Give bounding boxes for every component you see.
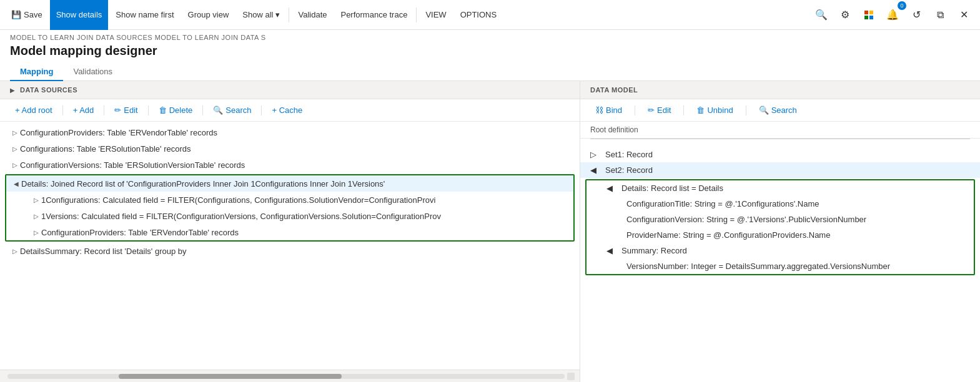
- search-icon: 🔍: [759, 105, 769, 115]
- office-icon-button[interactable]: [858, 4, 880, 26]
- validate-button[interactable]: Validate: [292, 0, 333, 30]
- tree-row-config-versions[interactable]: ▷ ConfigurationVersions: Table 'ERSoluti…: [0, 157, 580, 173]
- expand-icon: ▷: [10, 144, 20, 154]
- datasources-expand-btn[interactable]: ▶: [10, 87, 15, 94]
- scrollbar-thumb[interactable]: [119, 374, 342, 379]
- refresh-icon-button[interactable]: ↺: [905, 4, 928, 26]
- tree-row-provider-name[interactable]: ProviderName: String = @.ConfigurationPr…: [587, 227, 974, 243]
- tree-row-config-title[interactable]: ConfigurationTitle: String = @.'1Configu…: [587, 196, 974, 212]
- svg-rect-1: [869, 11, 873, 14]
- tree-row-configurations[interactable]: ▷ Configurations: Table 'ERSolutionTable…: [0, 140, 580, 157]
- view-button[interactable]: VIEW: [419, 0, 452, 30]
- notification-badge: 🔔 0: [881, 4, 904, 26]
- expand-icon: ▷: [31, 195, 41, 205]
- right-green-box: ◀ Details: Record list = Details Configu…: [585, 179, 975, 275]
- root-definition: Root definition: [580, 122, 980, 139]
- edit-button[interactable]: ✏ Edit: [109, 103, 142, 117]
- show-name-first-button[interactable]: Show name first: [109, 0, 180, 30]
- expand-icon: ◀: [11, 179, 21, 189]
- data-model-toolbar: ⛓ Bind ✏ Edit 🗑 Unbind 🔍 Search: [580, 99, 980, 122]
- popout-icon-button[interactable]: ⧉: [929, 4, 951, 26]
- expand-icon: ▷: [31, 211, 41, 221]
- save-button[interactable]: 💾 Save: [5, 0, 49, 30]
- svg-rect-3: [869, 16, 873, 19]
- cache-button[interactable]: + Cache: [267, 103, 307, 117]
- performance-trace-button[interactable]: Performance trace: [334, 0, 413, 30]
- expand-icon: ▷: [31, 227, 41, 237]
- right-edit-button[interactable]: ✏ Edit: [643, 103, 676, 117]
- tree-row-versions-number[interactable]: VersionsNumber: Integer = DetailsSummary…: [587, 258, 974, 274]
- svg-rect-0: [864, 11, 868, 14]
- delete-button[interactable]: 🗑 Delete: [154, 103, 198, 117]
- tree-row-details-dm[interactable]: ◀ Details: Record list = Details: [587, 180, 974, 196]
- horizontal-scrollbar-area: [0, 370, 580, 382]
- close-button[interactable]: ✕: [953, 4, 975, 26]
- separator2: [416, 7, 417, 22]
- expand-icon: ▷: [590, 150, 605, 159]
- expand-icon: ▷: [10, 246, 20, 256]
- page-title: Model mapping designer: [0, 41, 980, 58]
- green-box-details: ◀ Details: Joined Record list of 'Config…: [5, 174, 575, 242]
- expand-icon: ◀: [606, 184, 621, 193]
- datasources-tree: ▷ ConfigurationProviders: Table 'ERVendo…: [0, 122, 580, 370]
- tree-row-1configurations[interactable]: ▷ 1Configurations: Calculated field = FI…: [6, 192, 573, 208]
- main-container: MODEL TO LEARN JOIN DATA SOURCES MODEL T…: [0, 30, 980, 382]
- separator: [289, 7, 289, 22]
- datasources-toolbar: + Add root + Add ✏ Edit 🗑 Delete: [0, 99, 580, 122]
- tree-row-set1[interactable]: ▷ Set1: Record: [580, 147, 980, 162]
- save-icon: 💾: [11, 10, 21, 19]
- options-button[interactable]: OPTIONS: [454, 0, 503, 30]
- expand-icon: ◀: [606, 246, 621, 255]
- tree-row-config-providers[interactable]: ▷ ConfigurationProviders: Table 'ERVendo…: [0, 124, 580, 140]
- right-search-button[interactable]: 🔍 Search: [754, 103, 802, 117]
- show-details-button[interactable]: Show details: [50, 0, 109, 30]
- search-icon: 🔍: [213, 105, 223, 115]
- toolbar-sep5: [261, 105, 262, 115]
- tab-mapping[interactable]: Mapping: [10, 63, 63, 81]
- unbind-icon: 🗑: [696, 105, 705, 115]
- toolbar-sep3: [148, 105, 149, 115]
- show-all-button[interactable]: Show all ▾: [236, 0, 286, 30]
- rtoolbar-sep1: [635, 105, 635, 115]
- settings-icon-button[interactable]: ⚙: [834, 4, 856, 26]
- expand-icon: ◀: [590, 165, 605, 175]
- bind-icon: ⛓: [595, 105, 603, 115]
- svg-rect-2: [864, 16, 868, 19]
- search-icon: 🔍: [815, 9, 828, 21]
- tree-row-1versions[interactable]: ▷ 1Versions: Calculated field = FILTER(C…: [6, 208, 573, 224]
- unbind-button[interactable]: 🗑 Unbind: [691, 103, 738, 117]
- office-icon: [863, 9, 874, 21]
- edit-icon: ✏: [114, 105, 121, 115]
- delete-icon: 🗑: [159, 105, 167, 115]
- titlebar: 💾 Save Show details Show name first Grou…: [0, 0, 980, 30]
- tree-row-summary-dm[interactable]: ◀ Summary: Record: [587, 243, 974, 258]
- content-area: ▶ DATA SOURCES + Add root + Add ✏ Edit: [0, 81, 980, 382]
- bind-button[interactable]: ⛓ Bind: [590, 103, 627, 117]
- tree-row-config-version-dm[interactable]: ConfigurationVersion: String = @.'1Versi…: [587, 212, 974, 227]
- data-sources-header: ▶ DATA SOURCES: [0, 81, 580, 99]
- chevron-down-icon: ▾: [275, 10, 280, 19]
- toolbar-sep1: [62, 105, 63, 115]
- left-panel: ▶ DATA SOURCES + Add root + Add ✏ Edit: [0, 81, 580, 382]
- expand-icon: ▷: [10, 127, 20, 137]
- edit-icon: ✏: [648, 105, 655, 115]
- add-root-button[interactable]: + Add root: [10, 103, 57, 117]
- tree-row-details-summary[interactable]: ▷ DetailsSummary: Record list 'Details' …: [0, 243, 580, 259]
- scrollbar-btn-right[interactable]: [567, 373, 575, 380]
- tree-row-details-header[interactable]: ◀ Details: Joined Record list of 'Config…: [6, 175, 573, 192]
- root-def-separator: [590, 139, 970, 139]
- tab-bar: Mapping Validations: [0, 58, 980, 81]
- tree-row-cp-inner[interactable]: ▷ ConfigurationProviders: Table 'ERVendo…: [6, 224, 573, 240]
- global-search-button[interactable]: 🔍: [810, 9, 833, 21]
- toolbar-sep2: [104, 105, 104, 115]
- search-button[interactable]: 🔍 Search: [208, 103, 256, 117]
- tab-validations[interactable]: Validations: [63, 63, 122, 81]
- right-panel: DATA MODEL ⛓ Bind ✏ Edit 🗑 Unbind: [580, 81, 980, 382]
- tree-row-set2[interactable]: ◀ Set2: Record: [580, 162, 980, 178]
- data-model-tree: ▷ Set1: Record ◀ Set2: Record ◀ Details:…: [580, 144, 980, 382]
- expand-icon: ▷: [10, 160, 20, 170]
- rtoolbar-sep3: [746, 105, 746, 115]
- horizontal-scrollbar[interactable]: [7, 374, 565, 379]
- group-view-button[interactable]: Group view: [182, 0, 235, 30]
- add-button[interactable]: + Add: [68, 103, 99, 117]
